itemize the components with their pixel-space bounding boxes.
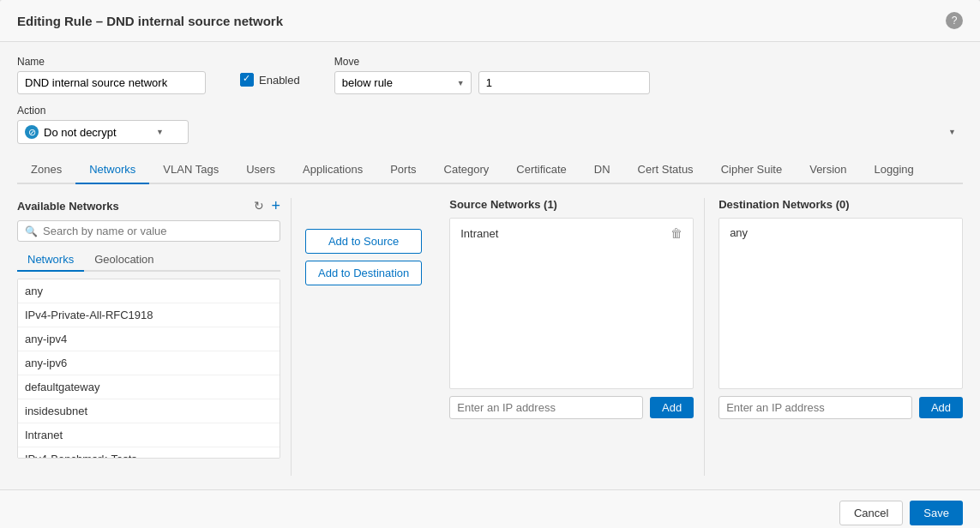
tab-dn[interactable]: DN	[580, 156, 624, 184]
network-list: any IPv4-Private-All-RFC1918 any-ipv4 an…	[17, 279, 280, 459]
source-networks-panel: Source Networks (1) Intranet 🗑 Add	[436, 198, 705, 476]
list-item[interactable]: IPv4-Benchmark-Tests	[18, 447, 280, 459]
source-network-item: Intranet 🗑	[454, 222, 689, 244]
tab-category[interactable]: Category	[430, 156, 503, 184]
modal-container: Editing Rule – DND internal source netwo…	[0, 0, 980, 528]
right-panels: Source Networks (1) Intranet 🗑 Add Des	[436, 198, 963, 476]
tab-vlan-tags[interactable]: VLAN Tags	[149, 156, 232, 184]
source-ip-input[interactable]	[449, 396, 643, 419]
list-item[interactable]: defaultgateway	[18, 375, 280, 399]
panel-header-actions: ↻ +	[254, 198, 280, 213]
destination-ip-input[interactable]	[718, 396, 912, 419]
tab-cert-status[interactable]: Cert Status	[624, 156, 707, 184]
move-number-input[interactable]	[478, 71, 650, 94]
available-networks-header: Available Networks ↻ +	[17, 198, 280, 213]
destination-networks-box: any	[718, 218, 963, 389]
move-group: Move below rule above rule to beginning …	[334, 56, 650, 94]
center-buttons: Add to Source Add to Destination	[292, 198, 436, 476]
move-select[interactable]: below rule above rule to beginning to en…	[334, 71, 472, 94]
move-row: below rule above rule to beginning to en…	[334, 71, 650, 94]
modal-header: Editing Rule – DND internal source netwo…	[0, 0, 980, 42]
modal-body: Name Enabled Move below rule above rule …	[0, 42, 980, 489]
source-ip-input-row: Add	[449, 396, 694, 419]
name-label: Name	[17, 56, 206, 68]
do-not-decrypt-icon	[25, 125, 39, 139]
add-network-icon[interactable]: +	[271, 198, 280, 213]
enabled-checkbox[interactable]	[240, 73, 254, 87]
action-value-text: Do not decrypt	[44, 126, 117, 139]
search-icon: 🔍	[25, 225, 38, 237]
name-input[interactable]	[17, 71, 206, 94]
search-input[interactable]	[43, 225, 273, 237]
action-dropdown-arrow: ▼	[156, 128, 164, 136]
list-item[interactable]: any	[18, 279, 280, 303]
sub-tab-networks[interactable]: Networks	[17, 249, 84, 272]
list-item[interactable]: IPv4-Private-All-RFC1918	[18, 303, 280, 327]
action-select-wrapper: Do not decrypt ▼	[17, 120, 963, 144]
destination-networks-panel: Destination Networks (0) any Add	[705, 198, 963, 476]
tab-certificate[interactable]: Certificate	[502, 156, 580, 184]
tab-networks[interactable]: Networks	[75, 156, 149, 184]
list-item[interactable]: insidesubnet	[18, 399, 280, 423]
tab-version[interactable]: Version	[796, 156, 860, 184]
source-network-name: Intranet	[460, 227, 498, 240]
tab-zones[interactable]: Zones	[17, 156, 75, 184]
destination-any-text: any	[723, 222, 959, 243]
modal-footer: Cancel Save	[0, 489, 980, 528]
cancel-button[interactable]: Cancel	[839, 501, 903, 525]
name-field-group: Name	[17, 56, 206, 94]
list-item[interactable]: any-ipv4	[18, 327, 280, 351]
action-display[interactable]: Do not decrypt ▼	[17, 120, 189, 144]
enabled-group: Enabled	[240, 73, 300, 87]
search-box: 🔍	[17, 220, 280, 242]
help-icon[interactable]: ?	[946, 12, 963, 29]
action-label: Action	[17, 105, 963, 117]
tabs-bar: Zones Networks VLAN Tags Users Applicati…	[17, 156, 963, 184]
delete-intranet-icon[interactable]: 🗑	[670, 226, 682, 240]
source-add-button[interactable]: Add	[650, 397, 694, 418]
tab-cipher-suite[interactable]: Cipher Suite	[707, 156, 797, 184]
list-item[interactable]: any-ipv6	[18, 351, 280, 375]
action-group: Action Do not decrypt ▼	[17, 105, 963, 144]
save-button[interactable]: Save	[910, 501, 963, 525]
top-fields-row: Name Enabled Move below rule above rule …	[17, 56, 963, 94]
list-item[interactable]: Intranet	[18, 423, 280, 447]
move-label: Move	[334, 56, 650, 68]
tab-users[interactable]: Users	[232, 156, 289, 184]
destination-ip-input-row: Add	[718, 396, 963, 419]
enabled-label: Enabled	[259, 74, 300, 87]
tab-ports[interactable]: Ports	[376, 156, 430, 184]
available-networks-title: Available Networks	[17, 200, 119, 213]
destination-networks-title: Destination Networks (0)	[718, 198, 963, 211]
source-networks-title: Source Networks (1)	[449, 198, 694, 211]
modal-title: Editing Rule – DND internal source netwo…	[17, 14, 283, 28]
sub-tabs: Networks Geolocation	[17, 249, 280, 272]
sub-tab-geolocation[interactable]: Geolocation	[84, 249, 164, 272]
source-networks-box: Intranet 🗑	[449, 218, 694, 389]
move-select-wrapper: below rule above rule to beginning to en…	[334, 71, 472, 94]
add-to-source-button[interactable]: Add to Source	[305, 229, 422, 254]
refresh-icon[interactable]: ↻	[254, 199, 264, 213]
add-to-destination-button[interactable]: Add to Destination	[305, 261, 422, 285]
tab-logging[interactable]: Logging	[861, 156, 928, 184]
available-networks-panel: Available Networks ↻ + 🔍 Networks Geoloc…	[17, 198, 292, 476]
destination-add-button[interactable]: Add	[919, 397, 963, 418]
content-area: Available Networks ↻ + 🔍 Networks Geoloc…	[17, 184, 963, 476]
tab-applications[interactable]: Applications	[289, 156, 376, 184]
